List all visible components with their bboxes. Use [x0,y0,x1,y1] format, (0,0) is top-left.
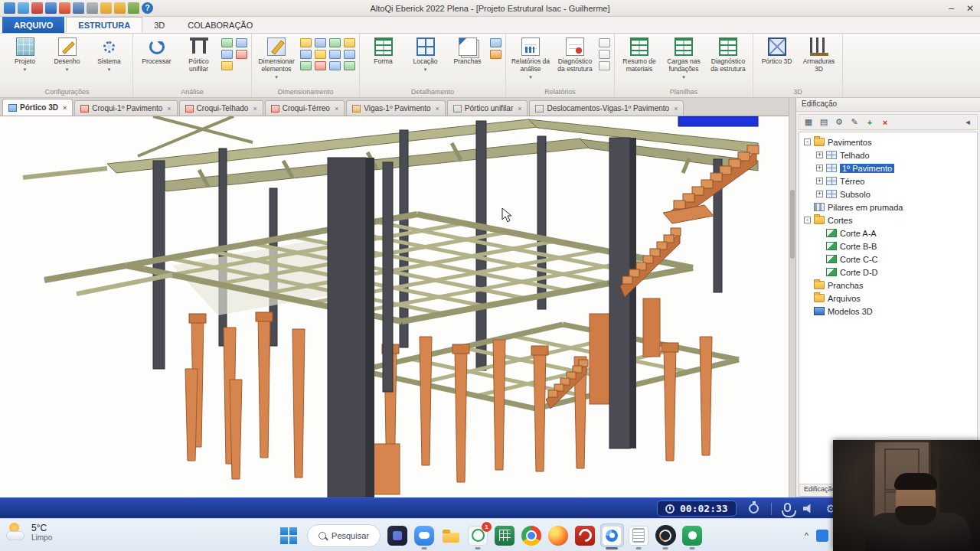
delete-icon[interactable]: × [878,116,892,129]
notes-app-icon[interactable] [627,523,651,547]
tree-item-pranchas[interactable]: Pranchas [799,279,977,292]
processar-button[interactable]: Processar [136,35,178,88]
system-app-icon[interactable] [386,523,410,547]
tray-chevron-icon[interactable]: ^ [805,531,808,540]
open-project-icon[interactable] [31,2,43,14]
collapse-icon[interactable]: - [804,139,811,145]
structural-3d-model[interactable] [0,116,789,497]
tab-estrutura[interactable]: ESTRUTURA [66,17,142,33]
edit-icon[interactable]: ✎ [848,116,861,129]
small-tool-icon[interactable] [221,50,233,59]
expand-icon[interactable]: + [816,191,823,197]
add-icon[interactable]: + [863,116,877,129]
relatorios-analise-button[interactable]: Relatórios da análise ▾ [508,35,553,88]
small-tool-icon[interactable] [221,61,233,70]
undo-icon[interactable] [100,2,112,14]
locacao-button[interactable]: Locação ▾ [404,35,446,88]
tree-item-arquivos[interactable]: Arquivos [799,292,977,305]
start-button[interactable] [276,523,302,549]
file-explorer-icon[interactable] [439,523,463,547]
speaker-icon[interactable] [803,504,814,514]
close-project-icon[interactable] [59,2,70,14]
spreadsheet-app-icon[interactable] [493,523,517,547]
close-tab-icon[interactable]: × [167,105,171,112]
small-tool-icon[interactable] [315,38,326,47]
taskbar-search[interactable]: Pesquisar [307,524,381,547]
doc-tab-vigas-1-pavimento[interactable]: Vigas-1º Pavimento × [346,100,446,116]
close-tab-icon[interactable]: × [63,104,67,112]
collapse-icon[interactable]: - [804,217,811,223]
tab-arquivo[interactable]: ARQUIVO [2,17,64,33]
projeto-button[interactable]: Projeto ▾ [4,35,46,88]
doc-tab-croqui-telhado[interactable]: Croqui-Telhado × [179,100,263,116]
small-tool-icon[interactable] [344,50,355,59]
weather-widget[interactable]: 5°C Limpo [6,523,52,542]
app-logo-icon[interactable] [4,2,15,14]
close-tab-icon[interactable]: × [518,105,521,112]
close-tab-icon[interactable]: × [436,105,439,112]
tree-item-1-pavimento[interactable]: + 1º Pavimento [799,161,977,174]
messages-app-icon[interactable]: 1 [466,523,490,547]
tree-item-subsolo[interactable]: + Subsolo [799,187,977,201]
config-icon[interactable] [128,2,139,14]
save-icon[interactable] [45,2,57,14]
forma-button[interactable]: Forma [362,35,404,88]
portico-3d-button[interactable]: Pórtico 3D [756,35,798,88]
dimensionar-elementos-button[interactable]: Dimensionar elementos ▾ [254,35,299,88]
help-icon[interactable]: ? [142,2,153,14]
tree-item-telhado[interactable]: + Telhado [799,148,977,161]
layers-icon[interactable]: ▤ [817,116,831,129]
small-tool-icon[interactable] [300,50,312,59]
small-tool-icon[interactable] [300,61,312,70]
close-button[interactable]: ✕ [966,3,974,14]
tree-item-corte-a-a[interactable]: Corte A-A [799,227,977,240]
tree-item-pavimentos[interactable]: - Pavimentos [799,135,977,148]
tree-item-terreo[interactable]: + Térreo [799,174,977,187]
small-tool-icon[interactable] [221,38,233,47]
small-tool-icon[interactable] [599,38,610,47]
tab-3d[interactable]: 3D [142,17,176,33]
close-tab-icon[interactable]: × [674,105,678,112]
tray-app-icon[interactable] [816,530,828,542]
refresh-icon[interactable] [490,50,501,59]
acrobat-icon[interactable] [573,523,597,547]
small-tool-icon[interactable] [344,38,355,47]
panel-bottom-tab-edificacao[interactable]: Edificação [799,484,834,497]
panel-splitter[interactable] [789,98,796,497]
sistema-button[interactable]: Sistema ▾ [88,35,130,88]
zoom-icon[interactable] [87,2,98,14]
small-tool-icon[interactable] [236,50,247,59]
expand-icon[interactable]: + [816,165,823,171]
small-tool-icon[interactable] [329,61,341,70]
stopwatch-icon[interactable] [749,504,759,514]
tree-item-modelos-3d[interactable]: Modelos 3D [799,305,977,318]
scrollbar-thumb[interactable] [790,190,795,259]
doc-tab-croqui-1-pavimento[interactable]: Croqui-1º Pavimento × [74,100,177,116]
new-project-icon[interactable] [18,2,29,14]
levels-icon[interactable]: ▦ [802,116,815,129]
diagnostico-planilha-button[interactable]: Diagnóstico da estrutura [706,35,750,88]
recorder-app-icon[interactable] [681,523,704,547]
tree-item-corte-c-c[interactable]: Corte C-C [799,253,977,266]
small-tool-icon[interactable] [329,50,341,59]
small-tool-icon[interactable] [315,50,326,59]
close-tab-icon[interactable]: × [335,105,338,112]
doc-tab-portico-3d[interactable]: Pórtico 3D × [2,99,73,116]
obs-app-icon[interactable] [654,523,678,547]
tools-icon[interactable]: ⚙ [832,116,846,129]
firefox-icon[interactable] [547,523,570,547]
collapse-panel-icon[interactable]: ◂ [961,116,975,129]
cargas-fundacoes-button[interactable]: Cargas nas fundações ▾ [662,35,706,88]
pranchas-button[interactable]: Pranchas [446,35,488,88]
close-tab-icon[interactable]: × [253,105,256,112]
small-tool-icon[interactable] [599,61,610,70]
tab-colaboracao[interactable]: COLABORAÇÃO [176,17,264,33]
armaduras-3d-button[interactable]: Armaduras 3D [798,35,840,88]
small-tool-icon[interactable] [300,38,312,47]
tree-item-cortes[interactable]: - Cortes [799,214,977,227]
doc-tab-portico-unifilar[interactable]: Pórtico unifilar × [447,100,528,116]
resumo-materiais-button[interactable]: Resumo de materiais [617,35,662,88]
doc-tab-deslocamentos[interactable]: Deslocamentos-Vigas-1º Pavimento × [529,100,684,116]
chat-app-icon[interactable] [413,523,436,547]
small-tool-icon[interactable] [236,38,247,47]
